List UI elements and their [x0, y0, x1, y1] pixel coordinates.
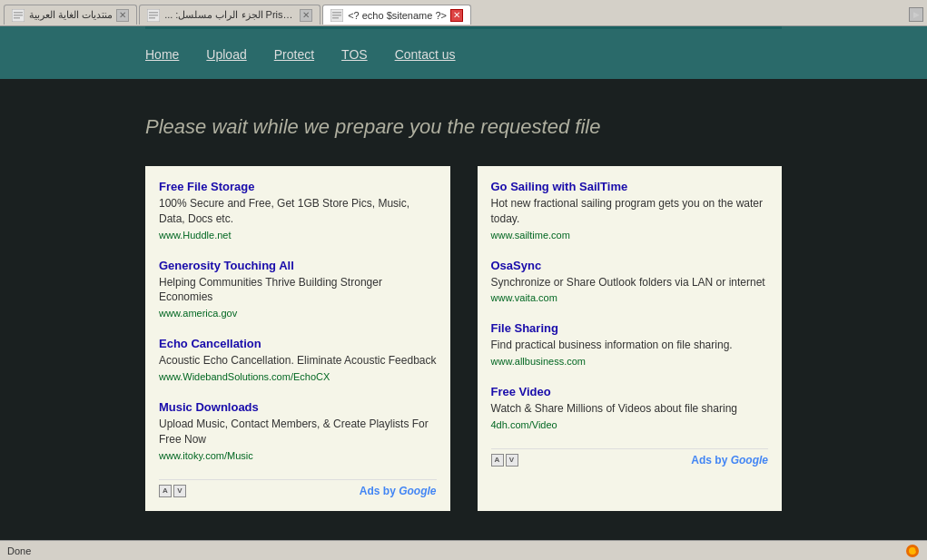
- ad-url-right-3: www.allbusiness.com: [491, 356, 769, 367]
- adv-icon-left: A V: [159, 485, 186, 497]
- nav-tos[interactable]: TOS: [341, 47, 368, 62]
- ad-right-1: Go Sailing with SailTime Hot new fractio…: [491, 180, 769, 241]
- ad-desc-left-2: Helping Communities Thrive Building Stro…: [159, 275, 437, 306]
- ad-left-4: Music Downloads Upload Music, Contact Me…: [159, 400, 437, 461]
- nav-home[interactable]: Home: [145, 47, 179, 62]
- svg-rect-3: [14, 17, 20, 19]
- nav-contact[interactable]: Contact us: [395, 47, 456, 62]
- ad-link-left-2[interactable]: Generosity Touching All: [159, 259, 437, 272]
- ad-desc-right-1: Hot new fractional sailing program gets …: [491, 196, 769, 227]
- adv-icon-right: A V: [491, 454, 518, 467]
- ad-desc-left-3: Acoustic Echo Cancellation. Eliminate Ac…: [159, 353, 437, 368]
- svg-rect-7: [149, 17, 155, 19]
- page-heading: Please wait while we prepare you the req…: [145, 115, 782, 139]
- adv-box-a-right: A: [491, 454, 504, 467]
- ad-link-left-3[interactable]: Echo Cancellation: [159, 337, 437, 350]
- ad-right-4: Free Video Watch & Share Millions of Vid…: [491, 385, 769, 430]
- tab-active[interactable]: <? echo $sitename ?> ✕: [322, 5, 471, 25]
- svg-rect-2: [14, 15, 23, 16]
- svg-rect-5: [149, 12, 158, 14]
- ad-url-left-3: www.WidebandSolutions.com/EchoCX: [159, 371, 437, 382]
- ads-by-google-right: Ads by Google: [691, 454, 768, 467]
- tab-bar: منتديات الغاية العربية ✕ ... :الجزء الرا…: [0, 0, 927, 25]
- tab-close-3[interactable]: ✕: [450, 9, 463, 22]
- ad-url-right-1: www.sailtime.com: [491, 230, 769, 241]
- ads-column-left: Free File Storage 100% Secure and Free, …: [145, 166, 450, 511]
- tab-close-1[interactable]: ✕: [116, 9, 129, 22]
- svg-rect-1: [14, 12, 23, 14]
- tab-icon-2: [147, 9, 160, 22]
- tab-scroll-button[interactable]: ▶: [909, 7, 923, 22]
- ad-desc-right-3: Find practical business information on f…: [491, 338, 769, 353]
- ad-url-left-4: www.itoky.com/Music: [159, 450, 437, 461]
- nav-protect[interactable]: Protect: [274, 47, 314, 62]
- firefox-icon: [905, 544, 920, 558]
- nav-links: Home Upload Protect TOS Contact us: [145, 29, 782, 79]
- ad-link-left-4[interactable]: Music Downloads: [159, 400, 437, 414]
- ad-link-right-1[interactable]: Go Sailing with SailTime: [491, 180, 769, 193]
- ad-url-left-1: www.Huddle.net: [159, 230, 437, 241]
- ad-url-left-2: www.america.gov: [159, 308, 437, 319]
- tab-title-2: ... :الجزء الراب مسلسل Prison Break: [164, 9, 296, 21]
- google-text-left: Google: [399, 485, 436, 497]
- ad-link-left-1[interactable]: Free File Storage: [159, 180, 437, 193]
- ads-by-google-left: Ads by Google: [360, 485, 437, 497]
- nav-bar: Home Upload Protect TOS Contact us: [0, 26, 927, 79]
- google-text-right: Google: [731, 454, 768, 467]
- svg-rect-9: [332, 12, 341, 14]
- ads-column-right: Go Sailing with SailTime Hot new fractio…: [478, 166, 783, 511]
- svg-rect-11: [332, 17, 339, 19]
- ad-desc-left-4: Upload Music, Contact Members, & Create …: [159, 417, 437, 447]
- ads-footer-left: A V Ads by Google: [159, 479, 437, 497]
- main-content: Please wait while we prepare you the req…: [0, 79, 927, 529]
- ad-desc-right-2: Synchronize or Share Outlook folders via…: [491, 275, 769, 290]
- svg-rect-10: [332, 15, 341, 16]
- ads-footer-right: A V Ads by Google: [491, 448, 769, 467]
- ad-left-2: Generosity Touching All Helping Communit…: [159, 259, 437, 319]
- tab-arabic[interactable]: منتديات الغاية العربية ✕: [4, 5, 137, 25]
- adv-box-a-left: A: [159, 485, 172, 497]
- ads-by-text-right: Ads by: [691, 454, 727, 467]
- browser-chrome: منتديات الغاية العربية ✕ ... :الجزء الرا…: [0, 0, 927, 26]
- status-text: Done: [7, 545, 905, 556]
- ad-link-right-2[interactable]: OsaSync: [491, 259, 769, 272]
- ad-right-2: OsaSync Synchronize or Share Outlook fol…: [491, 259, 769, 304]
- tab-title-3: <? echo $sitename ?>: [348, 10, 447, 21]
- ad-link-right-4[interactable]: Free Video: [491, 385, 769, 398]
- ads-by-text-left: Ads by: [360, 485, 396, 497]
- ad-link-right-3[interactable]: File Sharing: [491, 321, 769, 335]
- tab-prison-break[interactable]: ... :الجزء الراب مسلسل Prison Break ✕: [139, 5, 321, 25]
- status-bar: Done: [0, 540, 927, 560]
- ad-url-right-4: 4dh.com/Video: [491, 419, 769, 430]
- ad-right-3: File Sharing Find practical business inf…: [491, 321, 769, 367]
- tab-close-2[interactable]: ✕: [300, 9, 312, 22]
- tab-icon-3: [330, 9, 343, 22]
- ads-container: Free File Storage 100% Secure and Free, …: [145, 166, 782, 511]
- ad-url-right-2: www.vaita.com: [491, 292, 769, 303]
- tab-title-1: منتديات الغاية العربية: [29, 9, 113, 21]
- ad-desc-right-4: Watch & Share Millions of Videos about f…: [491, 401, 769, 417]
- nav-upload[interactable]: Upload: [206, 47, 246, 62]
- ad-left-3: Echo Cancellation Acoustic Echo Cancella…: [159, 337, 437, 382]
- adv-box-v-right: V: [506, 454, 518, 467]
- svg-rect-6: [149, 15, 158, 16]
- ad-left-1: Free File Storage 100% Secure and Free, …: [159, 180, 437, 241]
- tab-icon-1: [12, 9, 25, 22]
- adv-box-v-left: V: [173, 485, 186, 497]
- ad-desc-left-1: 100% Secure and Free, Get 1GB Store Pics…: [159, 196, 437, 227]
